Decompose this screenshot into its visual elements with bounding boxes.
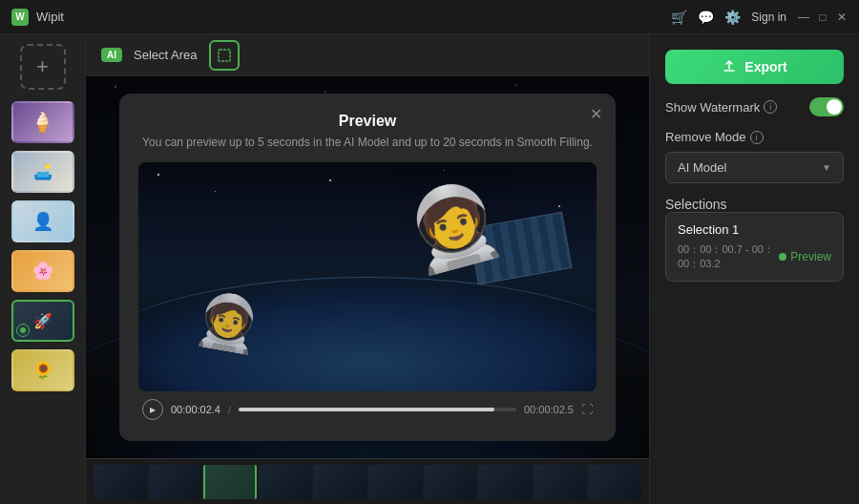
time-total: 00:00:02.5 [524,404,574,415]
svg-rect-0 [219,50,230,61]
modal-title: Preview [138,113,597,130]
remove-mode-info-icon: i [750,131,764,144]
timeline-selection [203,465,257,499]
video-area: ✕ Preview You can preview up to 5 second… [86,76,649,458]
title-bar-left: W Wipit [11,9,64,26]
active-dot [20,327,26,333]
selections-heading: Selections [665,197,844,212]
toggle-knob [827,99,842,115]
app-icon: W [11,9,29,26]
sidebar: + [0,34,86,504]
maximize-button[interactable]: □ [817,11,828,23]
time-current: 00:00:02.4 [171,404,220,415]
fullscreen-button[interactable]: ⛶ [581,403,593,416]
sign-in-button[interactable]: Sign in [751,10,786,24]
watermark-setting: Show Watermark i [665,97,844,116]
star [444,170,445,171]
export-icon [722,59,737,74]
timeline-frame-2 [149,465,202,499]
star [558,205,560,207]
star [329,179,331,181]
play-button[interactable]: ▶ [142,399,163,420]
video-preview: 🧑‍🚀 🧑‍🚀 [138,162,597,391]
add-media-button[interactable]: + [20,44,66,90]
timeline-strip [94,465,641,499]
selections-section: Selections Selection 1 00：00：00.7 - 00：0… [665,197,844,282]
thumbnail-4[interactable] [11,250,74,292]
thumbnail-1[interactable] [11,101,74,143]
timeline-frame-5 [313,465,367,499]
toolbar: AI Select Area [86,34,649,76]
chat-icon[interactable]: 💬 [698,10,713,25]
star [157,174,159,176]
thumbnail-5[interactable] [11,300,74,342]
thumbnail-2[interactable] [11,151,74,193]
timeline-frame-1 [94,465,147,499]
timeline[interactable] [86,458,649,504]
watermark-info-icon: i [764,100,777,114]
close-button[interactable]: ✕ [836,11,848,23]
preview-dot-icon [779,253,786,261]
timeline-frame-8 [478,465,532,499]
ai-badge: AI [101,48,122,62]
selection-preview-button[interactable]: Preview [779,250,831,263]
timeline-frame-4 [259,465,312,499]
star [215,191,216,192]
export-button[interactable]: Export [665,50,844,84]
timeline-frame-9 [534,465,587,499]
right-panel: Export Show Watermark i Remove Mode i AI… [649,34,859,504]
active-indicator [16,324,30,337]
selection-row: 00：00：00.7 - 00：00：03.2 Preview [678,242,831,271]
center-content: AI Select Area ✕ [86,34,649,504]
remove-mode-label: Remove Mode i [665,130,764,144]
preview-modal: ✕ Preview You can preview up to 5 second… [119,94,616,441]
thumbnail-3[interactable] [11,200,74,242]
progress-bar[interactable] [239,408,516,411]
modal-subtitle: You can preview up to 5 seconds in the A… [138,136,597,149]
window-controls: — □ ✕ [798,11,848,23]
video-controls: ▶ 00:00:02.4 / 00:00:02.5 ⛶ [138,391,597,422]
selection-card-1: Selection 1 00：00：00.7 - 00：00：03.2 Prev… [665,212,844,282]
app-name: Wipit [36,10,64,24]
watermark-toggle[interactable] [809,97,844,116]
progress-fill [239,408,494,411]
title-bar-right: 🛒 💬 ⚙️ Sign in — □ ✕ [671,10,848,25]
remove-mode-label-row: Remove Mode i [665,130,844,144]
remove-mode-setting: Remove Mode i AI Model ▼ [665,130,844,183]
dropdown-arrow-icon: ▼ [822,162,831,173]
select-area-button[interactable] [209,40,240,71]
timeline-frame-7 [424,465,477,499]
minimize-button[interactable]: — [798,11,809,23]
modal-overlay: ✕ Preview You can preview up to 5 second… [86,76,649,458]
select-area-label: Select Area [134,48,198,62]
timeline-frame-3 [203,465,257,499]
remove-mode-dropdown[interactable]: AI Model ▼ [665,152,844,183]
thumbnail-6[interactable] [11,349,74,391]
timeline-frame-6 [368,465,422,499]
title-bar: W Wipit 🛒 💬 ⚙️ Sign in — □ ✕ [0,0,859,34]
time-separator: / [228,404,231,415]
settings-icon[interactable]: ⚙️ [724,10,740,25]
selection-time-range: 00：00：00.7 - 00：00：03.2 [678,242,779,271]
timeline-frame-10 [588,465,641,499]
astronaut-secondary: 🧑‍🚀 [191,286,266,359]
cart-icon[interactable]: 🛒 [671,10,686,25]
modal-close-button[interactable]: ✕ [590,105,602,123]
selection-title: Selection 1 [678,222,831,237]
watermark-label: Show Watermark i [665,100,777,115]
main-layout: + AI Select Area [0,34,859,504]
